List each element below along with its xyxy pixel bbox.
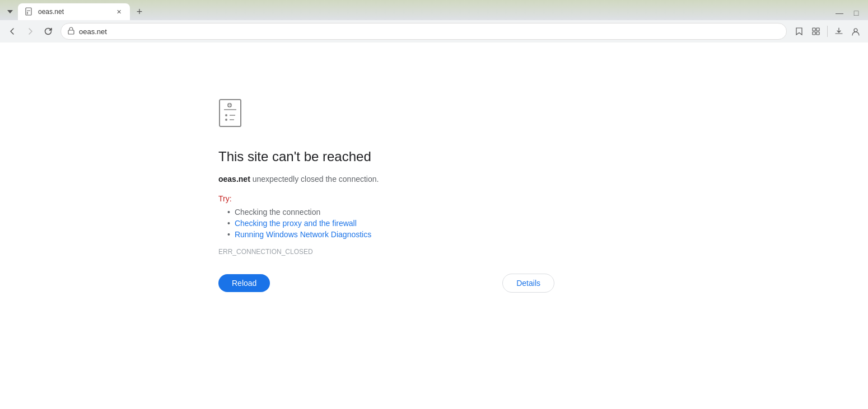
downloads-button[interactable] xyxy=(831,23,847,39)
maximize-button[interactable]: □ xyxy=(849,6,864,20)
forward-button[interactable] xyxy=(22,23,38,39)
try-label: Try: xyxy=(218,194,554,203)
svg-rect-7 xyxy=(813,32,815,35)
svg-rect-4 xyxy=(68,30,74,34)
button-row: Reload Details xyxy=(218,274,554,293)
svg-rect-0 xyxy=(26,8,31,15)
suggestion-2-link[interactable]: Checking the proxy and the firewall xyxy=(235,219,357,228)
bookmark-button[interactable] xyxy=(791,23,807,39)
svg-point-12 xyxy=(225,114,227,116)
back-button[interactable] xyxy=(4,23,20,39)
suggestion-3-link[interactable]: Running Windows Network Diagnostics xyxy=(235,230,371,239)
svg-point-9 xyxy=(854,29,857,32)
reload-button[interactable] xyxy=(40,23,56,39)
error-title: This site can't be reached xyxy=(218,149,554,164)
toolbar-divider xyxy=(827,26,828,37)
new-tab-button[interactable]: + xyxy=(132,4,147,19)
tab-favicon xyxy=(25,7,34,16)
tab-close-button[interactable]: ✕ xyxy=(114,7,123,16)
tab-dropdown-button[interactable] xyxy=(4,6,16,17)
details-button[interactable]: Details xyxy=(502,274,554,293)
error-description: oeas.net unexpectedly closed the connect… xyxy=(218,173,554,185)
error-site-name: oeas.net xyxy=(218,175,250,184)
suggestion-3[interactable]: Running Windows Network Diagnostics xyxy=(227,230,554,239)
error-description-text: unexpectedly closed the connection. xyxy=(253,175,379,184)
suggestion-1: Checking the connection xyxy=(227,208,554,217)
error-code: ERR_CONNECTION_CLOSED xyxy=(218,248,554,256)
profile-button[interactable] xyxy=(848,23,864,39)
active-tab[interactable]: oeas.net ✕ xyxy=(18,3,130,20)
svg-point-13 xyxy=(225,119,227,121)
svg-point-2 xyxy=(27,12,28,13)
svg-rect-8 xyxy=(816,32,819,35)
error-icon xyxy=(218,98,554,135)
reload-page-button[interactable]: Reload xyxy=(218,274,270,292)
error-container: This site can't be reached oeas.net unex… xyxy=(218,98,554,293)
lock-icon xyxy=(68,27,74,36)
suggestion-2[interactable]: Checking the proxy and the firewall xyxy=(227,219,554,228)
tab-title: oeas.net xyxy=(38,8,112,16)
extensions-button[interactable] xyxy=(808,23,824,39)
svg-rect-6 xyxy=(816,28,819,31)
suggestion-1-text: Checking the connection xyxy=(235,208,320,217)
address-bar[interactable]: oeas.net xyxy=(60,23,787,40)
svg-point-3 xyxy=(27,13,28,15)
url-text: oeas.net xyxy=(79,27,780,36)
page-content: This site can't be reached oeas.net unex… xyxy=(0,43,868,409)
minimize-button[interactable]: — xyxy=(832,6,847,20)
svg-rect-5 xyxy=(813,28,815,31)
suggestions-list: Checking the connection Checking the pro… xyxy=(218,208,554,239)
